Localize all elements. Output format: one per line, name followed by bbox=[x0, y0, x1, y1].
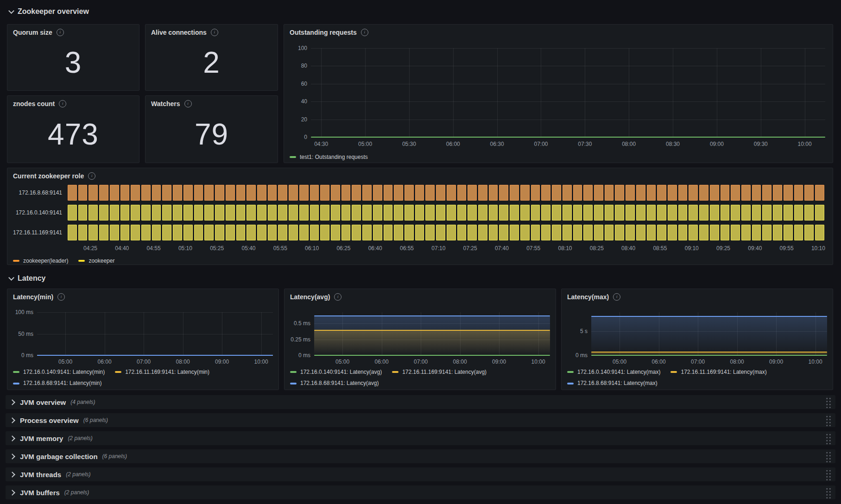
info-icon[interactable]: i bbox=[59, 100, 66, 107]
section-latency[interactable]: Latency bbox=[9, 274, 45, 283]
state-block bbox=[510, 185, 519, 201]
state-timeline-row: 172.16.8.68:9141 bbox=[13, 185, 824, 201]
panel-title[interactable]: Quorum size bbox=[13, 29, 52, 36]
state-block bbox=[499, 225, 508, 240]
state-timeline: 172.16.8.68:9141172.16.0.140:9141172.16.… bbox=[13, 185, 824, 245]
grid-line-x bbox=[222, 312, 222, 355]
state-block bbox=[331, 185, 340, 201]
state-block bbox=[510, 225, 519, 240]
drag-handle[interactable] bbox=[825, 414, 831, 426]
row-jvm-overview[interactable]: JVM overview (4 panels) bbox=[6, 395, 835, 409]
info-icon[interactable]: i bbox=[334, 293, 341, 301]
x-axis-label: 07:30 bbox=[578, 141, 592, 147]
state-block bbox=[447, 225, 456, 240]
series-line bbox=[314, 355, 550, 356]
drag-handle[interactable] bbox=[825, 468, 831, 480]
state-block bbox=[520, 205, 530, 220]
state-block bbox=[194, 225, 203, 240]
state-block bbox=[762, 185, 771, 201]
chevron-right-icon bbox=[9, 454, 15, 460]
state-block bbox=[731, 205, 740, 220]
y-axis-label: 50 ms bbox=[18, 331, 33, 337]
row-process-overview[interactable]: Process overview (6 panels) bbox=[6, 413, 835, 427]
state-block bbox=[341, 185, 351, 201]
panel-title[interactable]: znodes count bbox=[13, 100, 55, 107]
grid-line-x bbox=[585, 48, 585, 137]
legend-item[interactable]: 172.16.11.169:9141: Latency(avg) bbox=[392, 367, 487, 377]
info-icon[interactable]: i bbox=[88, 172, 95, 180]
stat-value: 3 bbox=[7, 38, 139, 87]
row-jvm-threads[interactable]: JVM threads (2 panels) bbox=[6, 467, 835, 481]
row-panel-count: (4 panels) bbox=[70, 399, 95, 405]
legend-swatch bbox=[670, 371, 677, 373]
info-icon[interactable]: i bbox=[184, 100, 192, 107]
state-block bbox=[710, 185, 719, 201]
state-block bbox=[373, 225, 382, 240]
state-block bbox=[194, 185, 203, 201]
panel-title[interactable]: Current zookeeper role bbox=[13, 172, 84, 180]
state-block bbox=[183, 185, 193, 201]
legend-item[interactable]: 172.16.11.169:9141: Latency(min) bbox=[115, 367, 209, 377]
drag-handle[interactable] bbox=[825, 432, 831, 444]
legend-item[interactable]: zookeeper(leader) bbox=[13, 256, 68, 266]
legend-item[interactable]: 172.16.11.169:9141: Latency(max) bbox=[670, 367, 766, 377]
state-block bbox=[384, 185, 393, 201]
state-block bbox=[425, 185, 435, 201]
state-block bbox=[141, 205, 151, 220]
state-block bbox=[141, 225, 151, 240]
panel-title[interactable]: Latency(min) bbox=[13, 293, 53, 301]
state-block bbox=[236, 225, 246, 240]
state-block bbox=[278, 205, 287, 220]
legend-item[interactable]: test1: Outstanding requests bbox=[290, 152, 368, 162]
state-block bbox=[68, 225, 77, 240]
x-axis-label: 06:10 bbox=[305, 245, 319, 252]
legend-label: 172.16.11.169:9141: Latency(max) bbox=[681, 367, 766, 377]
state-block bbox=[762, 225, 771, 240]
legend-item[interactable]: 172.16.0.140:9141: Latency(max) bbox=[567, 367, 660, 377]
x-axis-label: 05:30 bbox=[402, 141, 416, 147]
panel-title[interactable]: Alive connections bbox=[151, 29, 207, 36]
series-line bbox=[591, 355, 827, 356]
info-icon[interactable]: i bbox=[57, 29, 64, 36]
legend-item[interactable]: 172.16.0.140:9141: Latency(avg) bbox=[290, 367, 382, 377]
grid-line-x bbox=[409, 48, 410, 137]
legend-swatch bbox=[13, 383, 19, 384]
section-zookeeper-overview[interactable]: Zookeeper overview bbox=[9, 7, 89, 16]
legend-item[interactable]: 172.16.8.68:9141: Latency(max) bbox=[567, 378, 658, 388]
state-block bbox=[762, 205, 771, 220]
panel-title[interactable]: Watchers bbox=[151, 100, 180, 107]
row-title: JVM memory bbox=[20, 435, 63, 442]
y-axis-label: 100 bbox=[298, 45, 307, 51]
row-jvm-memory[interactable]: JVM memory (2 panels) bbox=[6, 431, 835, 445]
panel-title[interactable]: Outstanding requests bbox=[290, 29, 357, 36]
drag-handle[interactable] bbox=[825, 450, 831, 462]
panel-title[interactable]: Latency(max) bbox=[567, 293, 609, 301]
info-icon[interactable]: i bbox=[211, 29, 218, 36]
legend-item[interactable]: 172.16.8.68:9141: Latency(min) bbox=[13, 378, 101, 388]
x-axis-label: 07:40 bbox=[495, 245, 509, 252]
drag-handle[interactable] bbox=[825, 486, 831, 498]
state-block bbox=[394, 225, 403, 240]
panel-title[interactable]: Latency(avg) bbox=[290, 293, 330, 301]
drag-handle[interactable] bbox=[825, 396, 831, 408]
state-block bbox=[405, 205, 414, 220]
state-block bbox=[373, 205, 382, 220]
row-jvm-buffers[interactable]: JVM buffers (2 panels) bbox=[6, 485, 835, 499]
state-block bbox=[647, 205, 656, 220]
legend-item[interactable]: 172.16.8.68:9141: Latency(avg) bbox=[290, 378, 379, 388]
state-block bbox=[541, 185, 550, 201]
state-block bbox=[362, 225, 372, 240]
grid-line-x bbox=[183, 312, 183, 355]
legend-label: 172.16.0.140:9141: Latency(avg) bbox=[300, 367, 382, 377]
info-icon[interactable]: i bbox=[613, 293, 620, 301]
row-jvm-garbage-collection[interactable]: JVM garbage collection (6 panels) bbox=[6, 449, 835, 463]
x-axis-label: 08:00 bbox=[730, 359, 744, 365]
legend-item[interactable]: zookeeper bbox=[78, 256, 114, 266]
info-icon[interactable]: i bbox=[57, 293, 65, 301]
state-block bbox=[657, 205, 666, 220]
legend-item[interactable]: 172.16.0.140:9141: Latency(min) bbox=[13, 367, 105, 377]
state-block bbox=[678, 225, 688, 240]
y-axis-label: 40 bbox=[301, 98, 307, 105]
chart-plot-area bbox=[311, 48, 825, 137]
info-icon[interactable]: i bbox=[361, 29, 368, 36]
